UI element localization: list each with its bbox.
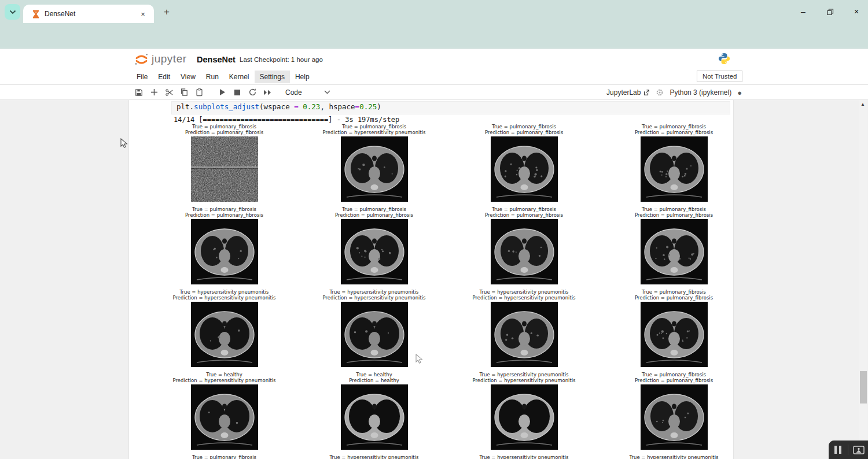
save-button[interactable]	[131, 86, 146, 99]
figure-cell: True = pulmonary_fibrosis Prediction = p…	[149, 207, 299, 284]
figure-cell: True = pulmonary_fibrosis Prediction = p…	[149, 455, 299, 459]
recorder-pause-button[interactable]	[833, 444, 843, 456]
ct-scan-image	[191, 384, 258, 450]
tab-title: DenseNet	[45, 10, 138, 18]
restart-kernel-button[interactable]	[245, 86, 260, 99]
run-cell-button[interactable]	[215, 86, 230, 99]
prediction-label: Prediction = hypersensitivity pneumoniti…	[149, 295, 299, 301]
prediction-figure-grid: True = pulmonary_fibrosis Prediction = p…	[149, 124, 749, 459]
menu-kernel[interactable]: Kernel	[224, 71, 255, 83]
window-restore-button[interactable]	[822, 3, 838, 20]
browser-navbar: ← → localhost:8888/notebooks/DenseNet.ip…	[0, 23, 868, 49]
cell-type-dropdown[interactable]: Code	[285, 88, 302, 97]
prediction-label: Prediction = pulmonary_fibrosis	[449, 213, 599, 219]
figure-row: True = healthy Prediction = hypersensiti…	[149, 372, 749, 450]
kernel-name[interactable]: Python 3 (ipykernel)	[670, 88, 731, 97]
ct-scan-image	[491, 384, 558, 450]
menu-file[interactable]: File	[131, 71, 153, 83]
figure-cell: True = healthy Prediction = hypersensiti…	[149, 372, 299, 450]
open-jupyterlab-link[interactable]: JupyterLab	[606, 88, 650, 97]
scrollbar-track[interactable]	[859, 100, 867, 459]
figure-cell: True = pulmonary_fibrosis Prediction = p…	[449, 124, 599, 202]
scrollbar-thumb[interactable]	[860, 371, 867, 404]
jupyter-header: jupyter DenseNet Last Checkpoint: 1 hour…	[0, 49, 868, 69]
ct-scan-image	[191, 136, 258, 202]
ct-scan-image	[641, 302, 708, 367]
figure-cell: True = pulmonary_fibrosis Prediction = p…	[299, 207, 449, 284]
prediction-label: Prediction = healthy	[299, 378, 449, 384]
tab-close-icon[interactable]: ×	[138, 9, 148, 19]
new-tab-button[interactable]: +	[160, 5, 174, 19]
true-label: True = hypersensitivity pneumonitis	[599, 455, 749, 459]
jupyter-logo	[134, 52, 149, 69]
kernel-busy-indicator: ●	[737, 89, 742, 97]
menu-run[interactable]: Run	[201, 71, 224, 83]
recorder-overlay	[829, 441, 868, 459]
scrollbar-up-arrow[interactable]: ▲	[860, 102, 865, 107]
ct-scan-image	[191, 302, 258, 367]
recorder-screenshot-button[interactable]	[853, 446, 865, 454]
hourglass-busy-favicon	[32, 10, 39, 18]
notebook-title[interactable]: DenseNet	[197, 55, 236, 64]
jupyter-menubar: File Edit View Run Kernel Settings Help …	[0, 69, 868, 85]
menu-help[interactable]: Help	[290, 71, 315, 83]
ct-scan-image	[341, 302, 408, 367]
ct-scan-image	[191, 219, 258, 284]
figure-cell: True = pulmonary_fibrosis Prediction = p…	[599, 207, 749, 284]
browser-tab-densenet[interactable]: DenseNet ×	[23, 5, 154, 23]
prediction-label: Prediction = pulmonary_fibrosis	[149, 130, 299, 136]
figure-row: True = pulmonary_fibrosis Prediction = p…	[149, 455, 749, 459]
cut-cell-button[interactable]	[161, 86, 176, 99]
python-logo	[718, 52, 731, 68]
menu-view[interactable]: View	[175, 71, 201, 83]
ct-scan-image	[341, 384, 408, 450]
figure-cell: True = pulmonary_fibrosis Prediction = p…	[599, 372, 749, 450]
ct-scan-image	[641, 384, 708, 450]
true-label: True = hypersensitivity pneumonitis	[449, 455, 599, 459]
ct-scan-image	[491, 219, 558, 284]
gear-icon[interactable]	[656, 88, 664, 97]
ct-scan-image	[641, 219, 708, 284]
ct-scan-image	[341, 219, 408, 284]
window-close-button[interactable]: ×	[848, 3, 865, 20]
recorder-divider	[848, 445, 848, 455]
paste-cell-button[interactable]	[192, 86, 207, 99]
chevron-down-icon	[9, 10, 16, 14]
trust-status-button[interactable]: Not Trusted	[697, 71, 742, 82]
restore-icon	[826, 8, 834, 16]
window-minimize-button[interactable]: –	[795, 3, 811, 20]
figure-cell: True = pulmonary_fibrosis Prediction = h…	[299, 124, 449, 202]
copy-cell-button[interactable]	[176, 86, 192, 99]
figure-row: True = hypersensitivity pneumonitis Pred…	[149, 290, 749, 367]
prediction-label: Prediction = pulmonary_fibrosis	[449, 130, 599, 136]
tab-search-button[interactable]	[5, 4, 20, 20]
figure-cell: True = hypersensitivity pneumonitis Pred…	[449, 455, 599, 459]
window-controls: – ×	[795, 0, 865, 23]
interrupt-kernel-button[interactable]	[230, 86, 245, 99]
figure-cell: True = pulmonary_fibrosis Prediction = p…	[599, 124, 749, 202]
prediction-label: Prediction = pulmonary_fibrosis	[599, 378, 749, 384]
cell-type-chevron-icon[interactable]	[324, 90, 330, 94]
prediction-label: Prediction = hypersensitivity pneumoniti…	[299, 295, 449, 301]
external-link-icon	[643, 89, 650, 96]
figure-cell: True = hypersensitivity pneumonitis Pred…	[299, 290, 449, 367]
jupyter-wordmark: jupyter	[152, 53, 187, 65]
figure-cell: True = pulmonary_fibrosis Prediction = p…	[149, 124, 299, 202]
add-cell-button[interactable]	[146, 86, 161, 99]
ct-scan-image	[491, 302, 558, 367]
figure-row: True = pulmonary_fibrosis Prediction = p…	[149, 207, 749, 284]
code-line[interactable]: plt.subplots_adjust(wspace = 0.23, hspac…	[176, 102, 381, 111]
prediction-label: Prediction = pulmonary_fibrosis	[599, 213, 749, 219]
prediction-label: Prediction = hypersensitivity pneumoniti…	[449, 378, 599, 384]
menu-settings[interactable]: Settings	[255, 71, 290, 83]
true-label: True = pulmonary_fibrosis	[149, 455, 299, 459]
figure-row: True = pulmonary_fibrosis Prediction = p…	[149, 124, 749, 202]
prediction-label: Prediction = hypersensitivity pneumoniti…	[449, 295, 599, 301]
ct-scan-image	[341, 136, 408, 202]
picture-icon	[853, 446, 865, 454]
prediction-label: Prediction = pulmonary_fibrosis	[149, 213, 299, 219]
checkpoint-status: Last Checkpoint: 1 hour ago	[240, 56, 323, 63]
restart-run-all-button[interactable]	[260, 86, 275, 99]
menu-edit[interactable]: Edit	[153, 71, 175, 83]
figure-cell: True = hypersensitivity pneumonitis Pred…	[599, 455, 749, 459]
